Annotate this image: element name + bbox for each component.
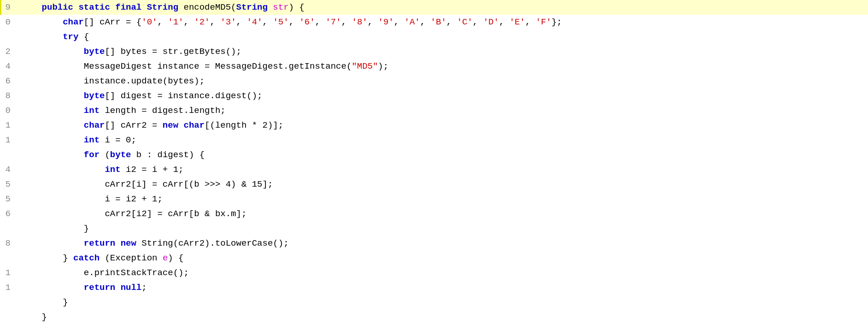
code-token: '1' [168, 17, 183, 27]
code-token: int [105, 165, 120, 175]
code-token: , [157, 17, 168, 27]
code-token [21, 47, 84, 57]
code-token: [] cArr2 = [105, 120, 162, 130]
line-number: 5 [1, 192, 19, 206]
line-content: char[] cArr = {'0', '1', '2', '3', '4', … [19, 15, 868, 29]
code-line: 6 instance.update(bytes); [0, 74, 868, 88]
code-line: 8 byte[] digest = instance.digest(); [0, 88, 868, 103]
code-token: length = digest.length; [100, 106, 226, 116]
code-token: 'B' [431, 17, 446, 27]
line-content: int length = digest.length; [19, 103, 868, 118]
line-content: } [19, 295, 868, 310]
line-content: } catch (Exception e) { [19, 251, 868, 265]
code-line: 2 byte[] bytes = str.getBytes(); [0, 44, 868, 59]
line-number: 9 [1, 0, 19, 15]
code-token [21, 61, 84, 71]
code-line: 0 int length = digest.length; [0, 103, 868, 118]
code-token [21, 91, 84, 101]
code-line: } [0, 295, 868, 310]
code-token: catch [73, 253, 100, 263]
code-token: i = 0; [100, 135, 136, 145]
line-number: 1 [1, 280, 19, 295]
code-line: 6 cArr2[i2] = cArr[b & bx.m]; [0, 206, 868, 221]
code-token: e [163, 253, 168, 263]
code-token: String [147, 2, 178, 12]
code-token: 'D' [483, 17, 499, 27]
code-token: [] bytes = str.getBytes(); [105, 47, 241, 57]
code-token: byte [110, 150, 131, 160]
code-token [178, 120, 183, 130]
code-token [21, 2, 42, 12]
code-token [21, 120, 84, 130]
line-content: instance.update(bytes); [19, 74, 868, 88]
code-token: new [163, 120, 178, 130]
line-content: int i2 = i + 1; [19, 162, 868, 177]
line-content: try { [19, 29, 868, 44]
code-token: ; [141, 283, 147, 293]
line-number: 8 [1, 88, 19, 103]
code-line: 5 cArr2[i] = cArr[(b >>> 4) & 15]; [0, 177, 868, 192]
code-token: , [499, 17, 510, 27]
code-token: '8' [352, 17, 368, 27]
line-number: 4 [1, 162, 19, 177]
line-number: 5 [1, 177, 19, 192]
code-token [21, 150, 84, 160]
code-token: ( [100, 150, 110, 160]
code-token [21, 312, 42, 322]
line-content: byte[] bytes = str.getBytes(); [19, 44, 868, 59]
code-token: String(cArr2).toLowerCase(); [136, 238, 289, 248]
code-line: 9 public static final String encodeMD5(S… [0, 0, 868, 15]
code-token: } [63, 297, 68, 307]
line-content: } [19, 221, 868, 236]
code-token: "MD5" [352, 61, 378, 71]
code-token: 'F' [536, 17, 551, 27]
code-token: ) { [289, 2, 305, 12]
code-token: MessageDigest instance = MessageDigest.g… [84, 61, 352, 71]
code-token [21, 135, 84, 145]
code-token: 'A' [405, 17, 420, 27]
code-token: }; [551, 17, 562, 27]
code-token: byte [84, 91, 105, 101]
code-line: 1 char[] cArr2 = new char[(length * 2)]; [0, 118, 868, 133]
code-token: [(length * 2)]; [205, 120, 283, 130]
line-content: return new String(cArr2).toLowerCase(); [19, 236, 868, 251]
code-token: str [273, 2, 288, 12]
code-token [21, 179, 105, 189]
code-token: new [121, 238, 136, 248]
line-content: int i = 0; [19, 133, 868, 147]
code-token: , [394, 17, 405, 27]
code-token [21, 76, 84, 86]
code-token: , [289, 17, 299, 27]
code-line: for (byte b : digest) { [0, 147, 868, 162]
code-token: , [420, 17, 431, 27]
code-line: 1 e.printStackTrace(); [0, 265, 868, 280]
code-line: 1 return null; [0, 280, 868, 295]
code-token: return [84, 238, 115, 248]
line-content: char[] cArr2 = new char[(length * 2)]; [19, 118, 868, 133]
code-token [115, 283, 120, 293]
code-token: '4' [246, 17, 262, 27]
line-content: for (byte b : digest) { [19, 147, 868, 162]
code-token: '7' [325, 17, 341, 27]
code-token: cArr2[i] = cArr[(b >>> 4) & 15]; [105, 179, 273, 189]
code-token: [] cArr = { [84, 17, 141, 27]
code-token: int [84, 135, 100, 145]
line-content: public static final String encodeMD5(Str… [19, 0, 868, 15]
code-token: char [63, 17, 84, 27]
code-token: , [341, 17, 352, 27]
code-token: , [368, 17, 378, 27]
code-token: try [63, 32, 78, 42]
line-number: 0 [1, 15, 19, 29]
line-content: cArr2[i2] = cArr[b & bx.m]; [19, 206, 868, 221]
code-token [115, 238, 120, 248]
code-token: '3' [220, 17, 236, 27]
code-token [21, 268, 84, 278]
line-number: 1 [1, 133, 19, 147]
code-token: null [121, 283, 142, 293]
line-content: e.printStackTrace(); [19, 265, 868, 280]
line-number: 8 [1, 236, 19, 251]
code-token: '0' [141, 17, 157, 27]
line-content: i = i2 + 1; [19, 192, 868, 206]
line-number: 1 [1, 118, 19, 133]
code-token: int [84, 106, 100, 116]
